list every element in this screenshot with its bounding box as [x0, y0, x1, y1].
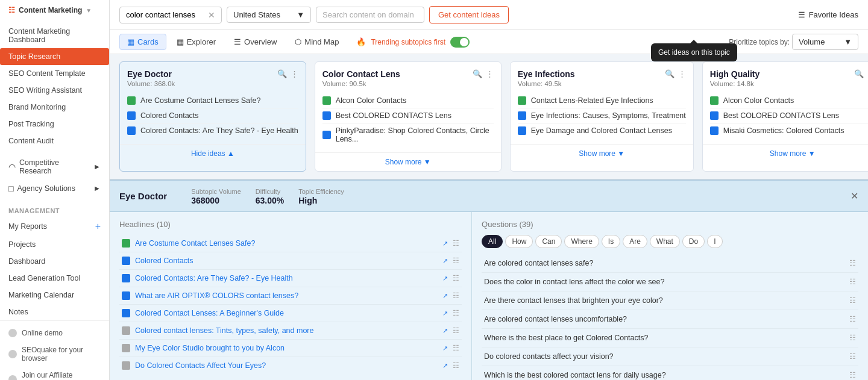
topic-card-eye-doctor[interactable]: Eye Doctor Volume: 368.0k 🔍 ⋮ Are Costum…	[119, 61, 306, 172]
keyword-search-box[interactable]: ✕	[119, 7, 222, 23]
sidebar-item-topic-research[interactable]: Topic Research	[0, 48, 109, 65]
question-filter-can[interactable]: Can	[535, 235, 562, 248]
tab-cards[interactable]: ▦Cards	[119, 34, 166, 50]
sidebar-item-agency-solutions[interactable]: □ Agency Solutions ►	[0, 179, 109, 198]
copy-icon[interactable]: ☷	[453, 361, 459, 370]
external-link-icon[interactable]: ↗	[442, 275, 448, 282]
headline-text[interactable]: Do Colored Contacts Affect Your Eyes?	[135, 361, 438, 370]
sidebar-item-competitive-research[interactable]: ◠ Competitive Research ►	[0, 154, 109, 179]
external-link-icon[interactable]: ↗	[442, 257, 448, 265]
card-actions[interactable]: 🔍 ⋮	[277, 69, 298, 78]
domain-placeholder: Search content on domain	[322, 10, 414, 19]
question-copy-icon[interactable]: ☷	[849, 315, 856, 323]
headline-text[interactable]: Colored Contacts: Are They Safe? - Eye H…	[135, 274, 438, 282]
sidebar-item-mgmt-dashboard[interactable]: Dashboard	[0, 253, 109, 270]
sidebar-item-my-reports[interactable]: My Reports+	[0, 217, 109, 236]
search-icon[interactable]: 🔍	[854, 69, 864, 78]
headline-text[interactable]: My Eye Color Studio brought to you by Al…	[135, 344, 438, 352]
sidebar-item-seo-content-template[interactable]: SEO Content Template	[0, 65, 109, 82]
sidebar-item-post-tracking[interactable]: Post Tracking	[0, 116, 109, 132]
sidebar-item-brand-monitoring[interactable]: Brand Monitoring	[0, 99, 109, 116]
favorite-ideas-button[interactable]: ☰ Favorite Ideas	[798, 10, 858, 19]
question-copy-icon[interactable]: ☷	[849, 296, 856, 305]
search-icon[interactable]: 🔍	[277, 69, 287, 78]
sidebar-bottom-item-affiliate[interactable]: Join our Affiliate Program	[0, 367, 109, 380]
country-select[interactable]: United States ▼	[227, 7, 311, 23]
copy-icon[interactable]: ☷	[453, 239, 459, 248]
add-report-icon[interactable]: +	[95, 221, 101, 232]
sidebar-item-dashboard[interactable]: Content Marketing Dashboard	[0, 23, 109, 48]
tab-mindmap[interactable]: ⬡Mind Map	[287, 34, 347, 50]
card-footer[interactable]: Show more ▼	[315, 152, 501, 171]
copy-icon[interactable]: ☷	[453, 326, 459, 335]
card-footer-link[interactable]: Hide ideas ▲	[127, 149, 298, 158]
prioritize-select[interactable]: Volume ▼	[792, 34, 858, 50]
topic-card-color-contact-lens[interactable]: Color Contact Lens Volume: 90.5k 🔍 ⋮ Alc…	[315, 61, 502, 172]
question-filter-do[interactable]: Do	[682, 235, 705, 248]
copy-icon[interactable]: ☷	[453, 344, 459, 352]
card-footer[interactable]: Show more ▼	[703, 144, 868, 163]
trending-toggle-switch[interactable]	[450, 37, 470, 48]
card-actions[interactable]: 🔍 ⋮	[665, 69, 686, 78]
card-footer-link[interactable]: Show more ▼	[518, 149, 686, 158]
more-icon[interactable]: ⋮	[291, 69, 298, 78]
copy-icon[interactable]: ☷	[453, 274, 459, 282]
card-footer-link[interactable]: Show more ▼	[710, 149, 868, 158]
headline-text[interactable]: Are Costume Contact Lenses Safe?	[135, 239, 438, 248]
card-footer[interactable]: Hide ideas ▲	[120, 144, 306, 163]
card-items: Are Costume Contact Lenses Safe? Colored…	[120, 91, 306, 144]
question-filter-i[interactable]: I	[707, 235, 722, 248]
sidebar-app-header[interactable]: ☷ Content Marketing ▼	[0, 0, 109, 18]
question-filter-are[interactable]: Are	[623, 235, 647, 248]
headline-text[interactable]: Colored contact lenses: Tints, types, sa…	[135, 326, 438, 335]
copy-icon[interactable]: ☷	[453, 309, 459, 317]
question-copy-icon[interactable]: ☷	[849, 278, 856, 286]
question-copy-icon[interactable]: ☷	[849, 259, 856, 267]
sidebar-item-projects[interactable]: Projects	[0, 236, 109, 253]
question-copy-icon[interactable]: ☷	[849, 334, 856, 342]
external-link-icon[interactable]: ↗	[442, 327, 448, 335]
external-link-icon[interactable]: ↗	[442, 362, 448, 370]
headline-text[interactable]: Colored Contacts	[135, 257, 438, 265]
sidebar-item-seo-writing-assistant[interactable]: SEO Writing Assistant	[0, 82, 109, 99]
more-icon[interactable]: ⋮	[486, 69, 494, 78]
tab-overview[interactable]: ☰Overview	[226, 34, 285, 50]
get-ideas-button[interactable]: Get content ideas	[429, 6, 509, 23]
sidebar-bottom-item-online-demo[interactable]: Online demo	[0, 325, 109, 341]
sidebar-item-lead-gen[interactable]: Lead Generation Tool	[0, 270, 109, 287]
question-filter-where[interactable]: Where	[564, 235, 599, 248]
question-filter-what[interactable]: What	[650, 235, 680, 248]
card-footer[interactable]: Show more ▼	[511, 144, 693, 163]
more-icon[interactable]: ⋮	[678, 69, 686, 78]
question-copy-icon[interactable]: ☷	[849, 371, 856, 379]
question-filter-how[interactable]: How	[505, 235, 533, 248]
sidebar-item-content-audit[interactable]: Content Audit	[0, 132, 109, 149]
topic-card-high-quality[interactable]: High Quality Volume: 14.8k 🔍 ⋮ Alcon Col…	[702, 61, 868, 172]
external-link-icon[interactable]: ↗	[442, 240, 448, 248]
external-link-icon[interactable]: ↗	[442, 310, 448, 317]
clear-keyword-button[interactable]: ✕	[208, 10, 215, 20]
question-filter-is[interactable]: Is	[602, 235, 620, 248]
question-filter-all[interactable]: All	[482, 235, 503, 248]
topic-card-eye-infections[interactable]: Eye Infections Volume: 49.5k 🔍 ⋮ Contact…	[510, 61, 694, 172]
tab-explorer[interactable]: ▦Explorer	[169, 34, 224, 50]
card-actions[interactable]: 🔍 ⋮	[473, 69, 494, 78]
search-icon[interactable]: 🔍	[473, 69, 482, 78]
search-icon[interactable]: 🔍	[665, 69, 675, 78]
card-actions[interactable]: 🔍 ⋮	[854, 69, 868, 78]
headline-text[interactable]: Colored Contact Lenses: A Beginner's Gui…	[135, 309, 438, 317]
headline-text[interactable]: What are AIR OPTIX® COLORS contact lense…	[135, 291, 438, 300]
question-copy-icon[interactable]: ☷	[849, 352, 856, 361]
keyword-input[interactable]	[126, 10, 204, 19]
sidebar-item-notes[interactable]: Notes	[0, 304, 109, 320]
copy-icon[interactable]: ☷	[453, 257, 459, 265]
card-footer-link[interactable]: Show more ▼	[322, 158, 494, 166]
external-link-icon[interactable]: ↗	[442, 292, 448, 300]
domain-search-box[interactable]: Search content on domain	[316, 7, 424, 23]
sidebar-item-marketing-cal[interactable]: Marketing Calendar	[0, 287, 109, 304]
sidebar-bottom-item-seoquake[interactable]: SEOquake for your browser	[0, 341, 109, 367]
close-detail-button[interactable]: ✕	[851, 190, 858, 202]
copy-icon[interactable]: ☷	[453, 291, 459, 300]
sidebar-app-title: Content Marketing	[19, 6, 82, 14]
external-link-icon[interactable]: ↗	[442, 344, 448, 352]
